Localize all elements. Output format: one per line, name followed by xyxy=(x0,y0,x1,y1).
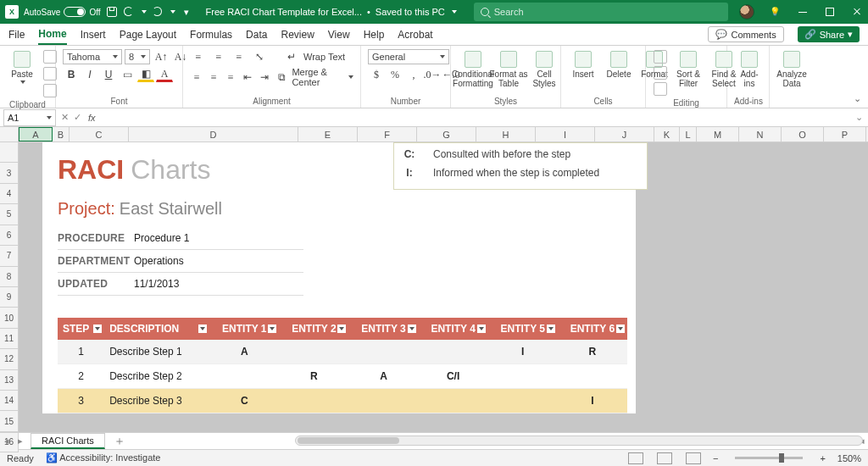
zoom-level[interactable]: 150% xyxy=(837,453,861,463)
row-header-4[interactable]: 4 xyxy=(0,184,19,204)
row-header-8[interactable]: 8 xyxy=(0,267,19,287)
maximize-button[interactable] xyxy=(824,6,836,18)
col-description[interactable]: DESCRIPTION xyxy=(104,318,209,340)
col-entity-3[interactable]: ENTITY 3 xyxy=(348,318,418,340)
bold-button[interactable]: B xyxy=(63,67,80,82)
align-left-icon[interactable]: ≡ xyxy=(190,69,203,85)
cell-styles-button[interactable]: Cell Styles xyxy=(529,49,559,90)
tab-nav-next[interactable]: ▸ xyxy=(14,435,27,447)
italic-button[interactable]: I xyxy=(81,67,98,82)
col-header-M[interactable]: M xyxy=(697,127,739,141)
align-bottom-icon[interactable]: ≡ xyxy=(231,49,248,64)
undo-caret-icon[interactable] xyxy=(142,10,147,14)
grid-canvas[interactable]: RACI Charts Project: East Stairwell PROC… xyxy=(19,142,868,432)
col-header-F[interactable]: F xyxy=(358,127,417,141)
row-header-9[interactable]: 9 xyxy=(0,287,19,308)
col-header-I[interactable]: I xyxy=(536,127,595,141)
enter-formula-icon[interactable]: ✓ xyxy=(74,112,81,123)
col-header-H[interactable]: H xyxy=(476,127,536,141)
view-page-layout-icon[interactable] xyxy=(657,452,672,464)
wrap-text-button[interactable]: ↵ xyxy=(283,49,300,64)
wrap-text-label[interactable]: Wrap Text xyxy=(303,52,345,62)
name-box[interactable]: A1 xyxy=(3,109,56,126)
col-header-C[interactable]: C xyxy=(70,127,129,141)
zoom-in-button[interactable]: + xyxy=(820,453,825,463)
zoom-out-button[interactable]: − xyxy=(713,453,718,463)
qat-overflow[interactable]: ▾ xyxy=(184,7,189,18)
tab-view[interactable]: View xyxy=(328,25,350,44)
fill-icon[interactable] xyxy=(654,66,667,80)
currency-button[interactable]: $ xyxy=(368,67,385,82)
minimize-button[interactable] xyxy=(797,6,809,18)
autosum-icon[interactable] xyxy=(654,50,667,64)
col-header-A[interactable]: A xyxy=(19,127,53,141)
col-entity-2[interactable]: ENTITY 2 xyxy=(279,318,348,340)
account-avatar[interactable] xyxy=(739,4,754,19)
row-header-14[interactable]: 14 xyxy=(0,391,19,411)
delete-cells-button[interactable]: Delete xyxy=(604,49,634,80)
col-header-O[interactable]: O xyxy=(782,127,824,141)
copy-icon[interactable] xyxy=(43,67,57,80)
font-size-combo[interactable]: 8 xyxy=(125,49,150,64)
expand-formula-bar-icon[interactable]: ⌄ xyxy=(850,112,868,123)
col-header-G[interactable]: G xyxy=(417,127,476,141)
worksheet-area[interactable]: ABCDEFGHIJKLMNOP 345678910111213141516 R… xyxy=(0,127,868,432)
tab-acrobat[interactable]: Acrobat xyxy=(398,25,432,44)
col-header-D[interactable]: D xyxy=(129,127,298,141)
col-header-P[interactable]: P xyxy=(824,127,866,141)
border-button[interactable]: ▭ xyxy=(119,67,136,82)
filter-dropdown-icon[interactable] xyxy=(547,325,555,333)
table-row[interactable]: 2Describe Step 2RAC/I xyxy=(58,364,627,389)
row-header-13[interactable]: 13 xyxy=(0,370,19,391)
col-step[interactable]: STEP xyxy=(58,318,104,340)
underline-button[interactable]: U xyxy=(100,67,117,82)
save-icon[interactable] xyxy=(106,6,118,18)
comma-button[interactable]: , xyxy=(405,67,422,82)
search-input[interactable]: Search xyxy=(474,3,728,21)
row-header-6[interactable]: 6 xyxy=(0,225,19,246)
filter-dropdown-icon[interactable] xyxy=(616,325,625,333)
align-middle-icon[interactable]: ≡ xyxy=(210,49,227,64)
zoom-slider[interactable] xyxy=(735,457,803,459)
cancel-formula-icon[interactable]: ✕ xyxy=(61,112,69,123)
redo-icon[interactable] xyxy=(152,6,164,18)
comments-button[interactable]: 💬 Comments xyxy=(708,26,783,42)
table-row[interactable]: 3Describe Step 3CI xyxy=(58,389,627,413)
indent-dec-icon[interactable]: ⇤ xyxy=(241,69,254,85)
col-header-J[interactable]: J xyxy=(595,127,654,141)
share-button[interactable]: 🔗 Share ▾ xyxy=(798,26,860,42)
coming-soon-icon[interactable] xyxy=(770,6,782,18)
align-right-icon[interactable]: ≡ xyxy=(224,69,237,85)
horizontal-scrollbar[interactable] xyxy=(295,435,863,446)
undo-icon[interactable] xyxy=(123,6,135,18)
row-header-5[interactable]: 5 xyxy=(0,204,19,225)
row-header-10[interactable]: 10 xyxy=(0,308,19,328)
tab-home[interactable]: Home xyxy=(38,25,66,45)
row-header-11[interactable]: 11 xyxy=(0,329,19,349)
filter-dropdown-icon[interactable] xyxy=(93,325,102,333)
redo-caret-icon[interactable] xyxy=(170,10,175,14)
col-entity-6[interactable]: ENTITY 6 xyxy=(558,318,627,340)
clear-icon[interactable] xyxy=(654,82,667,96)
orientation-icon[interactable]: ⤡ xyxy=(251,49,268,64)
align-top-icon[interactable]: ≡ xyxy=(190,49,207,64)
filter-dropdown-icon[interactable] xyxy=(337,325,346,333)
view-normal-icon[interactable] xyxy=(628,452,643,464)
inc-decimal-button[interactable]: .0→ xyxy=(424,67,441,82)
fx-icon[interactable]: fx xyxy=(88,113,96,123)
table-row[interactable]: 1Describe Step 1AIR xyxy=(58,340,627,364)
row-header-12[interactable]: 12 xyxy=(0,349,19,369)
row-header-15[interactable]: 15 xyxy=(0,411,19,431)
font-color-button[interactable]: A xyxy=(156,67,173,82)
sheet-tab-active[interactable]: RACI Charts xyxy=(31,433,105,449)
merge-center-label[interactable]: Merge & Center xyxy=(292,67,343,87)
tab-review[interactable]: Review xyxy=(281,25,314,44)
col-entity-5[interactable]: ENTITY 5 xyxy=(488,318,558,340)
accessibility-status[interactable]: ♿ Accessibility: Investigate xyxy=(46,452,161,463)
col-header-K[interactable]: K xyxy=(654,127,680,141)
autosave-toggle[interactable]: AutoSave Off xyxy=(24,7,101,17)
col-entity-4[interactable]: ENTITY 4 xyxy=(419,318,488,340)
analyze-data-button[interactable]: Analyze Data xyxy=(776,49,807,90)
filter-dropdown-icon[interactable] xyxy=(477,325,486,333)
tab-insert[interactable]: Insert xyxy=(81,25,106,44)
